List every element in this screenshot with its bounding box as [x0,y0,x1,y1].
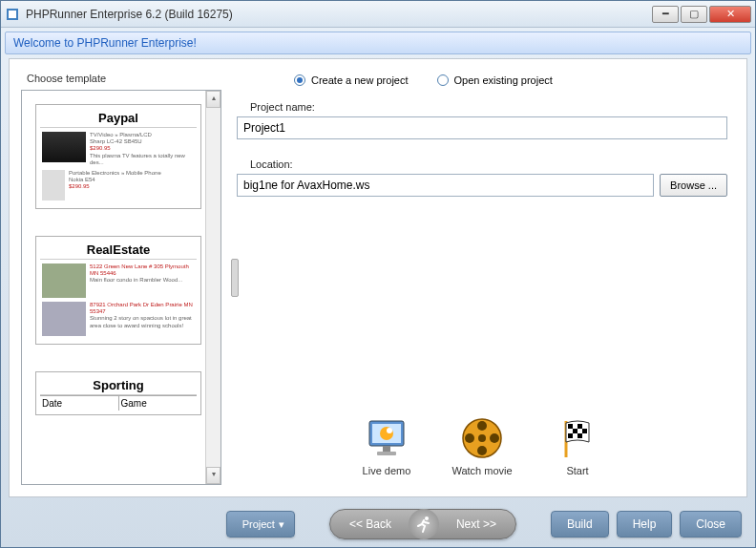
scrollbar[interactable] [205,91,220,484]
templates-inner: Paypal TV/Video » Plasma/LCDSharp LC-42 … [22,91,220,410]
browse-button[interactable]: Browse ... [660,174,727,197]
radio-create-new[interactable]: Create a new project [294,74,409,86]
action-row: Live demo Watch movie Start [237,396,727,485]
checkered-flag-icon [555,415,600,461]
svg-rect-7 [377,452,396,455]
svg-point-12 [465,433,474,443]
nav-pill: << Back Next >> [329,509,516,539]
template-title: Paypal [40,109,197,128]
template-title: Sporting [40,376,197,395]
build-button[interactable]: Build [551,511,609,537]
project-panel: Create a new project Open existing proje… [229,71,735,485]
col-game: Game [119,396,198,411]
template-list: Paypal TV/Video » Plasma/LCDSharp LC-42 … [21,90,221,485]
next-button[interactable]: Next >> [441,510,512,538]
titlebar[interactable]: PHPRunner Enterprise 6.2 (Build 16275) ━… [1,1,755,28]
start-action[interactable]: Start [544,415,611,477]
close-button[interactable]: Close [680,511,742,537]
svg-point-11 [477,446,487,455]
window-buttons: ━ ▢ ✕ [652,6,751,23]
action-label: Watch movie [452,465,512,477]
action-label: Live demo [363,465,411,477]
svg-point-21 [425,516,429,520]
radio-open-existing[interactable]: Open existing project [437,74,553,86]
template-sporting[interactable]: Sporting Date Game [35,371,201,415]
project-name-label: Project name: [237,95,727,116]
location-label: Location: [237,153,727,174]
main-content: Choose template Paypal TV/Video » Plasma… [9,58,747,497]
svg-rect-15 [568,424,573,429]
runner-icon[interactable] [409,509,439,539]
svg-rect-18 [582,429,587,433]
welcome-banner: Welcome to PHPRunner Enterprise! [5,32,751,54]
svg-rect-6 [383,446,390,452]
live-demo-action[interactable]: Live demo [353,415,420,477]
template-realestate[interactable]: RealEstate 5122 Green New Lane # 305 Ply… [35,236,201,345]
svg-point-10 [477,421,487,431]
back-button[interactable]: << Back [334,510,407,538]
svg-rect-16 [578,424,582,429]
svg-point-13 [490,433,499,443]
template-paypal[interactable]: Paypal TV/Video » Plasma/LCDSharp LC-42 … [35,104,201,209]
help-button[interactable]: Help [617,511,673,537]
app-window: PHPRunner Enterprise 6.2 (Build 16275) ━… [0,0,756,548]
radio-label: Create a new project [311,74,409,86]
chevron-down-icon: ▾ [279,518,284,531]
window-title: PHPRunner Enterprise 6.2 (Build 16275) [26,8,652,21]
radio-label: Open existing project [454,74,553,86]
svg-point-9 [478,434,486,442]
project-button[interactable]: Project▾ [226,511,295,537]
svg-rect-20 [578,433,582,438]
svg-rect-17 [573,429,578,433]
action-label: Start [566,465,588,477]
col-date: Date [40,396,119,411]
close-window-button[interactable]: ✕ [709,6,751,23]
splitter-handle[interactable] [231,259,239,297]
location-input[interactable] [237,174,654,197]
radio-icon [437,74,449,86]
app-icon [5,7,20,22]
svg-rect-19 [568,433,573,438]
monitor-icon [364,415,410,461]
radio-icon [294,74,305,86]
svg-rect-1 [9,11,16,18]
project-mode-radios: Create a new project Open existing proje… [237,71,727,95]
bottom-toolbar: Project▾ << Back Next >> Build Help Clos… [1,501,755,547]
template-header: Choose template [21,71,221,90]
template-panel: Choose template Paypal TV/Video » Plasma… [21,71,221,485]
project-name-input[interactable] [237,116,727,139]
watch-movie-action[interactable]: Watch movie [449,415,515,477]
svg-point-5 [387,428,392,433]
film-reel-icon [459,415,505,461]
minimize-button[interactable]: ━ [652,6,679,23]
template-title: RealEstate [40,241,197,260]
maximize-button[interactable]: ▢ [681,6,707,23]
